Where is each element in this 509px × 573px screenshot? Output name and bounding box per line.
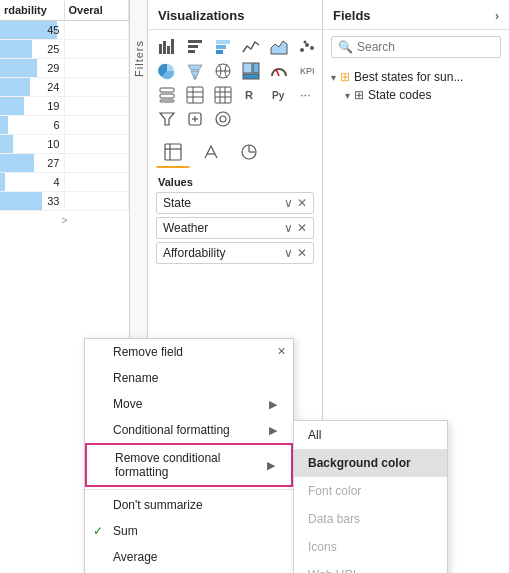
viz-icon-analytics2[interactable] xyxy=(210,108,236,130)
cell-value: 4 xyxy=(53,176,59,188)
arrow-right-icon: ▶ xyxy=(269,424,277,437)
cell-value: 24 xyxy=(47,81,59,93)
viz-icon-line[interactable] xyxy=(238,36,264,58)
svg-text:KPI: KPI xyxy=(300,66,315,76)
viz-icon-more[interactable]: ··· xyxy=(294,84,320,106)
conditional-formatting-item[interactable]: Conditional formatting ▶ xyxy=(85,417,293,443)
table-row: 45 xyxy=(0,21,129,40)
cell-value: 10 xyxy=(47,138,59,150)
close-icon[interactable]: ✕ xyxy=(297,246,307,260)
tree-chevron-icon: ▾ xyxy=(331,72,336,83)
analytics-build-icon[interactable] xyxy=(232,138,266,168)
svg-rect-27 xyxy=(160,100,174,102)
remove-field-label: Remove field xyxy=(113,345,183,359)
search-box[interactable]: 🔍 xyxy=(331,36,501,58)
svg-rect-4 xyxy=(188,40,202,43)
viz-icon-filter2[interactable] xyxy=(154,108,180,130)
svg-marker-15 xyxy=(188,65,202,70)
svg-point-12 xyxy=(305,43,309,47)
state-chip-label: State xyxy=(163,196,191,210)
move-item[interactable]: Move ▶ xyxy=(85,391,293,417)
fields-build-icon[interactable] xyxy=(156,138,190,168)
table-rows: 45 25 29 xyxy=(0,21,129,211)
table-cell-bar: 6 xyxy=(0,116,65,134)
remove-field-item[interactable]: Remove field xyxy=(85,339,293,365)
submenu-data-bars-item[interactable]: Data bars xyxy=(294,505,447,533)
svg-text:Py: Py xyxy=(272,90,285,101)
weather-chip-controls: ∨ ✕ xyxy=(284,221,307,235)
sum-item[interactable]: ✓ Sum xyxy=(85,518,293,544)
format-build-icon[interactable] xyxy=(194,138,228,168)
viz-icon-r[interactable]: R xyxy=(238,84,264,106)
submenu-icons-label: Icons xyxy=(308,540,337,554)
submenu-all-item[interactable]: All xyxy=(294,421,447,449)
table-cell-bar: 45 xyxy=(0,21,65,39)
svg-text:R: R xyxy=(245,89,253,101)
viz-icon-column[interactable] xyxy=(182,36,208,58)
table-cell-bar: 24 xyxy=(0,78,65,96)
fields-title-text: Fields xyxy=(333,8,371,23)
submenu-background-color-item[interactable]: Background color xyxy=(294,449,447,477)
rename-item[interactable]: Rename xyxy=(85,365,293,391)
remove-conditional-formatting-label: Remove conditional formatting xyxy=(115,451,267,479)
fields-panel-title: Fields › xyxy=(323,0,509,30)
cell-value: 45 xyxy=(47,24,59,36)
state-chip[interactable]: State ∨ ✕ xyxy=(156,192,314,214)
viz-icon-pie[interactable] xyxy=(154,60,180,82)
weather-chip[interactable]: Weather ∨ ✕ xyxy=(156,217,314,239)
viz-icon-format[interactable] xyxy=(182,108,208,130)
viz-icon-kpi[interactable]: KPI xyxy=(294,60,320,82)
svg-marker-17 xyxy=(193,77,197,80)
visualizations-title: Visualizations xyxy=(148,0,322,30)
table-row: 19 xyxy=(0,97,129,116)
viz-icon-table[interactable] xyxy=(182,84,208,106)
chevron-down-icon[interactable]: ∨ xyxy=(284,196,293,210)
chevron-down-icon[interactable]: ∨ xyxy=(284,246,293,260)
table-cell xyxy=(65,116,130,134)
col-header-1: rdability xyxy=(0,0,65,20)
viz-icon-matrix[interactable] xyxy=(210,84,236,106)
state-chip-controls: ∨ ✕ xyxy=(284,196,307,210)
tree-item-state-codes[interactable]: ▾ ⊞ State codes xyxy=(331,86,501,104)
viz-icon-treemap[interactable] xyxy=(238,60,264,82)
average-label: Average xyxy=(113,550,157,564)
svg-rect-26 xyxy=(160,94,174,98)
remove-conditional-formatting-item[interactable]: Remove conditional formatting ▶ xyxy=(85,443,293,487)
tree-item-best-states[interactable]: ▾ ⊞ Best states for sun... xyxy=(331,68,501,86)
affordability-chip[interactable]: Affordability ∨ ✕ xyxy=(156,242,314,264)
viz-icon-funnel[interactable] xyxy=(182,60,208,82)
chevron-down-icon[interactable]: ∨ xyxy=(284,221,293,235)
viz-icon-area[interactable] xyxy=(266,36,292,58)
submenu-font-color-label: Font color xyxy=(308,484,361,498)
table-cell xyxy=(65,59,130,77)
cell-value: 19 xyxy=(47,100,59,112)
viz-icon-bar[interactable] xyxy=(154,36,180,58)
submenu-font-color-item[interactable]: Font color xyxy=(294,477,447,505)
viz-icon-slicer[interactable] xyxy=(154,84,180,106)
svg-marker-40 xyxy=(160,113,174,125)
table-cell-bar: 33 xyxy=(0,192,65,210)
table-cell-bar: 4 xyxy=(0,173,65,191)
viz-icon-gauge[interactable] xyxy=(266,60,292,82)
viz-icon-stacked-bar[interactable] xyxy=(210,36,236,58)
viz-icon-map[interactable] xyxy=(210,60,236,82)
viz-icon-python[interactable]: Py xyxy=(266,84,292,106)
svg-marker-10 xyxy=(271,41,287,54)
table-cell xyxy=(65,192,130,210)
table-row: 10 xyxy=(0,135,129,154)
close-icon[interactable]: ✕ xyxy=(297,221,307,235)
svg-point-14 xyxy=(304,41,307,44)
svg-rect-25 xyxy=(160,88,174,92)
submenu-web-url-item[interactable]: Web URL xyxy=(294,561,447,573)
search-input[interactable] xyxy=(357,40,494,54)
submenu-data-bars-label: Data bars xyxy=(308,512,360,526)
move-label: Move xyxy=(113,397,142,411)
fields-expand-icon[interactable]: › xyxy=(495,9,499,23)
close-icon[interactable]: ✕ xyxy=(297,196,307,210)
submenu-icons-item[interactable]: Icons xyxy=(294,533,447,561)
average-item[interactable]: Average xyxy=(85,544,293,570)
svg-marker-16 xyxy=(191,71,199,76)
table-row: 27 xyxy=(0,154,129,173)
viz-icon-scatter[interactable] xyxy=(294,36,320,58)
dont-summarize-item[interactable]: Don't summarize xyxy=(85,492,293,518)
